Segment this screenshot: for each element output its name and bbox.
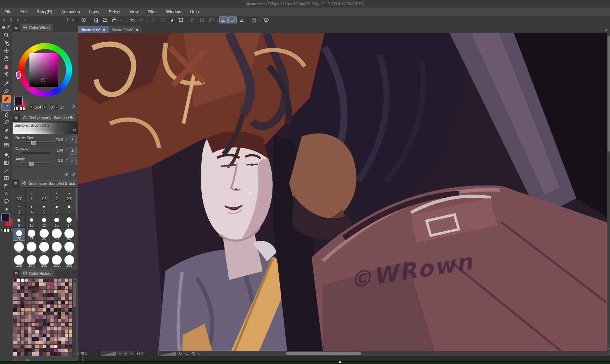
history-swatch[interactable] bbox=[21, 337, 24, 341]
sv-cursor[interactable] bbox=[41, 78, 45, 82]
history-swatch[interactable] bbox=[13, 304, 17, 308]
history-swatch[interactable] bbox=[69, 327, 72, 330]
history-swatch[interactable] bbox=[69, 349, 72, 352]
history-swatch[interactable] bbox=[32, 304, 35, 308]
angle-slider[interactable] bbox=[20, 162, 52, 165]
history-swatch[interactable] bbox=[61, 315, 65, 319]
history-swatch[interactable] bbox=[32, 323, 35, 326]
brush-size-6[interactable]: 6 bbox=[50, 201, 63, 214]
history-swatch[interactable] bbox=[17, 327, 21, 330]
brush-size-7[interactable]: 7 bbox=[63, 201, 75, 214]
history-swatch[interactable] bbox=[25, 286, 28, 289]
history-swatch[interactable] bbox=[21, 301, 24, 304]
history-swatch[interactable] bbox=[50, 337, 54, 341]
text-tool[interactable]: A bbox=[2, 190, 11, 197]
history-swatch[interactable] bbox=[17, 304, 21, 308]
history-swatch[interactable] bbox=[17, 312, 21, 315]
panel-menu-icon[interactable] bbox=[13, 24, 19, 31]
history-swatch[interactable] bbox=[58, 323, 61, 326]
brush-size-40[interactable]: 40 bbox=[50, 228, 63, 241]
history-swatch[interactable] bbox=[43, 349, 47, 352]
history-swatch[interactable] bbox=[35, 337, 39, 341]
history-swatch[interactable] bbox=[28, 327, 32, 330]
balloon-tool[interactable] bbox=[2, 197, 11, 205]
menu-animation[interactable]: Animation bbox=[57, 8, 84, 16]
history-swatch[interactable] bbox=[32, 337, 35, 341]
history-swatch[interactable] bbox=[43, 323, 47, 326]
history-swatch[interactable] bbox=[25, 308, 28, 312]
history-swatch[interactable] bbox=[50, 282, 54, 286]
menu-layer[interactable]: Layer bbox=[84, 8, 104, 16]
history-swatch[interactable] bbox=[13, 286, 17, 289]
blend-tool[interactable] bbox=[2, 134, 11, 141]
history-swatch[interactable] bbox=[65, 330, 69, 334]
history-swatch[interactable] bbox=[21, 308, 24, 312]
history-swatch[interactable] bbox=[58, 293, 61, 297]
dynamics-button[interactable] bbox=[69, 136, 77, 144]
deselect-button[interactable] bbox=[149, 16, 158, 23]
history-swatch[interactable] bbox=[17, 319, 21, 323]
history-swatch[interactable] bbox=[21, 304, 24, 308]
history-swatch[interactable] bbox=[50, 286, 54, 289]
history-swatch[interactable] bbox=[43, 290, 47, 293]
history-swatch[interactable] bbox=[17, 297, 21, 301]
history-swatch[interactable] bbox=[58, 337, 61, 341]
selection-pen-tool[interactable] bbox=[2, 205, 11, 212]
history-swatch[interactable] bbox=[61, 330, 65, 334]
history-swatch[interactable] bbox=[47, 301, 50, 304]
history-swatch[interactable] bbox=[58, 304, 61, 308]
history-swatch[interactable] bbox=[28, 308, 32, 312]
panel-menu-icon[interactable] bbox=[13, 180, 19, 187]
angle-dial-button[interactable] bbox=[69, 157, 77, 165]
history-swatch[interactable] bbox=[50, 290, 54, 293]
history-swatch[interactable] bbox=[54, 349, 57, 352]
dynamics-button[interactable] bbox=[69, 147, 77, 155]
snap-to-grid-button[interactable] bbox=[237, 16, 246, 23]
history-swatch[interactable] bbox=[43, 319, 47, 323]
history-swatch[interactable] bbox=[39, 297, 43, 301]
history-swatch[interactable] bbox=[43, 334, 47, 337]
scroll-thumb[interactable] bbox=[286, 352, 361, 355]
history-swatch[interactable] bbox=[13, 315, 17, 319]
history-swatch[interactable] bbox=[54, 352, 57, 356]
history-swatch[interactable] bbox=[25, 279, 28, 282]
history-swatch[interactable] bbox=[35, 290, 39, 293]
history-swatch[interactable] bbox=[32, 290, 35, 293]
stepper[interactable]: ▲▼ bbox=[66, 158, 68, 163]
history-swatch[interactable] bbox=[54, 330, 57, 334]
history-swatch[interactable] bbox=[50, 323, 54, 326]
history-swatch[interactable] bbox=[17, 352, 21, 356]
history-swatch[interactable] bbox=[39, 334, 43, 337]
history-swatch[interactable] bbox=[58, 308, 61, 312]
history-swatch[interactable] bbox=[58, 327, 61, 330]
history-swatch[interactable] bbox=[35, 323, 39, 326]
history-swatch[interactable] bbox=[32, 301, 35, 304]
history-swatch[interactable] bbox=[35, 330, 39, 334]
history-swatch[interactable] bbox=[13, 330, 17, 334]
history-swatch[interactable] bbox=[25, 323, 28, 326]
history-swatch[interactable] bbox=[39, 308, 43, 312]
history-swatch[interactable] bbox=[65, 334, 69, 337]
pencil-tool[interactable] bbox=[2, 95, 11, 103]
reset-rotation-icon[interactable] bbox=[190, 351, 196, 356]
history-swatch[interactable] bbox=[39, 323, 43, 326]
history-swatch[interactable] bbox=[39, 345, 43, 348]
history-swatch[interactable] bbox=[43, 341, 47, 345]
history-swatch[interactable] bbox=[58, 352, 61, 356]
history-swatch[interactable] bbox=[25, 297, 28, 301]
history-swatch[interactable] bbox=[21, 286, 24, 289]
brush-size-250[interactable]: 250 bbox=[50, 254, 63, 267]
history-swatch[interactable] bbox=[61, 312, 65, 315]
history-swatch[interactable] bbox=[50, 304, 54, 308]
history-swatch[interactable] bbox=[61, 279, 65, 282]
history-swatch[interactable] bbox=[25, 337, 28, 341]
history-swatch[interactable] bbox=[61, 334, 65, 337]
history-swatch[interactable] bbox=[25, 304, 28, 308]
brush-size-2[interactable]: 2 bbox=[50, 188, 63, 201]
stepper[interactable]: ▲▼ bbox=[66, 136, 68, 142]
brush-size-slider[interactable] bbox=[20, 141, 52, 144]
menu-view[interactable]: View bbox=[125, 8, 143, 16]
history-swatch[interactable] bbox=[35, 312, 39, 315]
brush-size-10[interactable]: 10 bbox=[26, 215, 38, 227]
history-swatch[interactable] bbox=[61, 345, 65, 348]
